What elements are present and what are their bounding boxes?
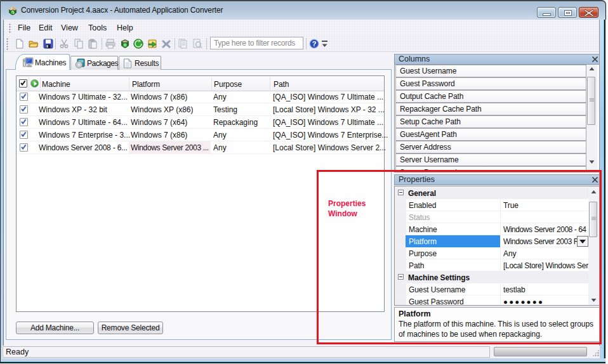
svg-text:?: ? <box>312 40 317 48</box>
